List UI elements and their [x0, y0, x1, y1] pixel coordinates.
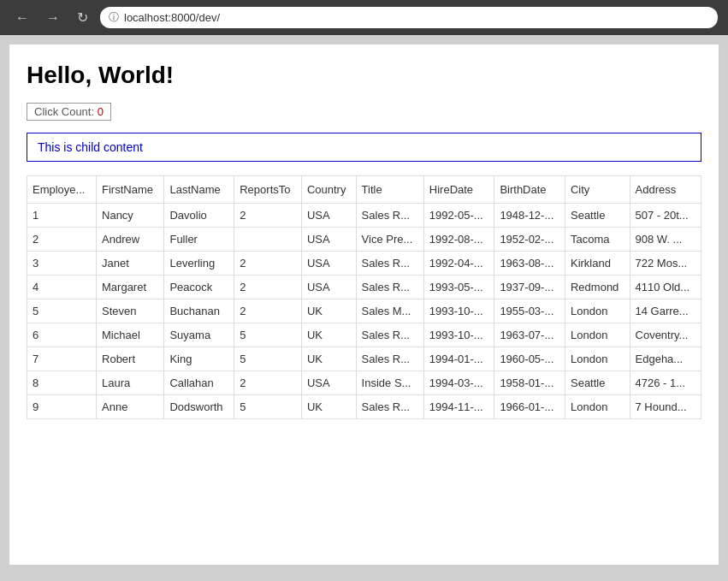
- child-content-text: This is child content: [38, 140, 143, 154]
- table-cell: 8: [27, 371, 97, 395]
- back-button[interactable]: ←: [10, 9, 34, 27]
- table-cell: Suyama: [164, 323, 234, 347]
- table-cell: King: [164, 347, 234, 371]
- page-title: Hello, World!: [27, 62, 701, 89]
- table-cell: 14 Garre...: [630, 299, 701, 323]
- table-cell: 5: [27, 299, 97, 323]
- table-header-address: Address: [630, 176, 701, 204]
- table-cell: 2: [234, 252, 302, 276]
- table-header-country: Country: [301, 176, 356, 204]
- table-cell: 2: [234, 299, 302, 323]
- url-text: localhost:8000/dev/: [124, 11, 220, 24]
- table-cell: Sales R...: [356, 395, 423, 419]
- table-cell: [234, 228, 302, 252]
- table-cell: 4: [27, 276, 97, 299]
- table-cell: Janet: [97, 252, 164, 276]
- table-cell: 1955-03-...: [494, 299, 565, 323]
- table-cell: 1994-03-...: [423, 371, 494, 395]
- table-cell: 1994-11-...: [423, 395, 494, 419]
- click-count-label: Click Count:: [34, 105, 94, 118]
- table-cell: Sales R...: [356, 276, 423, 299]
- table-cell: Seattle: [565, 204, 630, 228]
- table-cell: UK: [301, 395, 356, 419]
- table-row: 3JanetLeverling2USASales R...1992-04-...…: [27, 252, 701, 276]
- table-cell: 6: [27, 323, 97, 347]
- table-row: 8LauraCallahan2USAInside S...1994-03-...…: [27, 371, 701, 395]
- table-row: 5StevenBuchanan2UKSales M...1993-10-...1…: [27, 299, 701, 323]
- table-cell: 1992-04-...: [423, 252, 494, 276]
- table-cell: Coventry...: [630, 323, 701, 347]
- table-header-row: Employe...FirstNameLastNameReportsToCoun…: [27, 176, 701, 204]
- table-cell: 1952-02-...: [494, 228, 565, 252]
- table-cell: 2: [27, 228, 97, 252]
- table-cell: London: [565, 299, 630, 323]
- table-cell: USA: [301, 252, 356, 276]
- address-bar[interactable]: ⓘ localhost:8000/dev/: [100, 7, 718, 28]
- table-cell: 1992-08-...: [423, 228, 494, 252]
- table-cell: 7 Hound...: [630, 395, 701, 419]
- table-cell: Margaret: [97, 276, 164, 299]
- table-header-birthdate: BirthDate: [494, 176, 565, 204]
- table-cell: 2: [234, 276, 302, 299]
- table-header-title: Title: [356, 176, 423, 204]
- child-content-box: This is child content: [27, 133, 701, 162]
- table-cell: Inside S...: [356, 371, 423, 395]
- reload-button[interactable]: ↻: [72, 8, 93, 27]
- table-cell: USA: [301, 204, 356, 228]
- table-cell: Callahan: [164, 371, 234, 395]
- table-cell: London: [565, 323, 630, 347]
- table-cell: Nancy: [97, 204, 164, 228]
- table-cell: 1994-01-...: [423, 347, 494, 371]
- table-cell: Steven: [97, 299, 164, 323]
- forward-button[interactable]: →: [41, 9, 65, 27]
- table-header-reportsto: ReportsTo: [234, 176, 302, 204]
- table-cell: Sales R...: [356, 252, 423, 276]
- table-cell: 507 - 20t...: [630, 204, 701, 228]
- table-cell: 3: [27, 252, 97, 276]
- table-cell: 1948-12-...: [494, 204, 565, 228]
- table-cell: USA: [301, 371, 356, 395]
- table-cell: UK: [301, 323, 356, 347]
- table-header-city: City: [565, 176, 630, 204]
- table-cell: Andrew: [97, 228, 164, 252]
- table-cell: Fuller: [164, 228, 234, 252]
- table-cell: Leverling: [164, 252, 234, 276]
- table-cell: Tacoma: [565, 228, 630, 252]
- browser-chrome: ← → ↻ ⓘ localhost:8000/dev/: [0, 0, 728, 35]
- table-cell: 9: [27, 395, 97, 419]
- table-cell: 1963-08-...: [494, 252, 565, 276]
- table-cell: Redmond: [565, 276, 630, 299]
- table-cell: Sales R...: [356, 204, 423, 228]
- table-cell: 5: [234, 347, 302, 371]
- table-cell: Buchanan: [164, 299, 234, 323]
- table-cell: Dodsworth: [164, 395, 234, 419]
- table-cell: Robert: [97, 347, 164, 371]
- table-cell: 722 Mos...: [630, 252, 701, 276]
- table-cell: 1958-01-...: [494, 371, 565, 395]
- table-cell: 908 W. ...: [630, 228, 701, 252]
- table-cell: USA: [301, 228, 356, 252]
- table-cell: Seattle: [565, 371, 630, 395]
- table-cell: 1937-09-...: [494, 276, 565, 299]
- table-cell: 1: [27, 204, 97, 228]
- table-cell: Sales M...: [356, 299, 423, 323]
- table-cell: Laura: [97, 371, 164, 395]
- table-header-employe: Employe...: [27, 176, 97, 204]
- table-cell: 5: [234, 323, 302, 347]
- table-cell: 1993-05-...: [423, 276, 494, 299]
- table-cell: Anne: [97, 395, 164, 419]
- lock-icon: ⓘ: [109, 10, 119, 25]
- table-cell: 1960-05-...: [494, 347, 565, 371]
- page-container: Hello, World! Click Count: 0 This is chi…: [9, 44, 719, 566]
- table-header-hiredate: HireDate: [423, 176, 494, 204]
- table-row: 2AndrewFullerUSAVice Pre...1992-08-...19…: [27, 228, 701, 252]
- click-count-badge[interactable]: Click Count: 0: [27, 103, 111, 121]
- employees-table: Employe...FirstNameLastNameReportsToCoun…: [27, 175, 701, 419]
- table-cell: Kirkland: [565, 252, 630, 276]
- table-cell: Peacock: [164, 276, 234, 299]
- table-cell: 7: [27, 347, 97, 371]
- table-cell: UK: [301, 347, 356, 371]
- table-cell: 1993-10-...: [423, 299, 494, 323]
- table-cell: 1966-01-...: [494, 395, 565, 419]
- table-cell: 1963-07-...: [494, 323, 565, 347]
